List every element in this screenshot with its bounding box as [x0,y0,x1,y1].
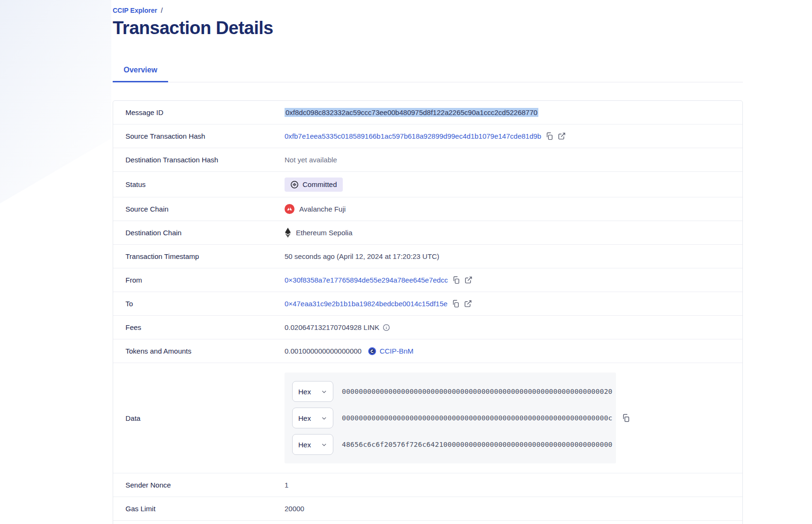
timestamp-value: 50 seconds ago (April 12, 2024 at 17:20:… [285,252,439,260]
copy-icon[interactable] [622,414,630,422]
row-from: From 0×30f8358a7e17765894de55e294a78ee64… [113,268,742,292]
row-destination-transaction-hash: Destination Transaction Hash Not yet ava… [113,148,742,172]
dest-tx-hash-value: Not yet available [285,156,337,164]
row-transaction-timestamp: Transaction Timestamp 50 seconds ago (Ap… [113,245,742,268]
gas-limit-value: 20000 [285,505,304,513]
row-fees: Fees 0.020647132170704928 LINK [113,316,742,339]
token-link-ccip-bnm[interactable]: CCIP-BnM [368,347,414,355]
message-id-value: 0xf8dc098c832332ac59ccc73ee00b480975d8f1… [285,108,538,117]
row-source-chain: Source Chain Avalanche Fuji [113,197,742,221]
source-tx-hash-label: Source Transaction Hash [125,132,285,140]
row-destination-chain: Destination Chain Ethereum Sepolia [113,221,742,245]
gas-limit-label: Gas Limit [125,505,285,513]
row-gas-limit: Gas Limit 20000 [113,497,742,521]
copy-icon[interactable] [545,132,553,140]
chevron-down-icon [321,389,327,395]
hex-format-value: Hex [298,441,311,449]
tab-overview[interactable]: Overview [113,61,168,82]
token-amount: 0.001000000000000000 [285,347,362,355]
row-sequence-number: Sequence Number 9495 [113,521,742,524]
message-id-label: Message ID [125,108,285,116]
breadcrumb-separator: / [161,7,163,14]
to-label: To [125,300,285,308]
status-badge: Committed [285,178,343,192]
transaction-details-card: Message ID 0xf8dc098c832332ac59ccc73ee00… [113,100,743,524]
status-badge-text: Committed [303,180,337,188]
ccip-bnm-token-icon [368,347,376,355]
from-label: From [125,276,285,284]
data-hex-box: Hex 000000000000000000000000000000000000… [285,373,616,463]
fees-label: Fees [125,323,285,331]
hex-format-value: Hex [298,414,311,422]
from-address-link[interactable]: 0×30f8358a7e17765894de55e294a78ee645e7ed… [285,276,448,284]
dest-chain-label: Destination Chain [125,229,285,237]
page-title: Transaction Details [113,18,743,38]
timestamp-label: Transaction Timestamp [125,252,285,260]
hex-format-select[interactable]: Hex [292,408,333,428]
committed-status-icon [290,180,299,189]
external-link-icon[interactable] [464,300,472,308]
sender-nonce-value: 1 [285,481,288,489]
chevron-down-icon [321,442,327,448]
hex-line: Hex 000000000000000000000000000000000000… [292,381,608,402]
copy-icon[interactable] [452,276,460,284]
hex-data-value: 0000000000000000000000000000000000000000… [342,388,613,395]
row-status: Status Committed [113,172,742,197]
copy-icon[interactable] [452,300,460,308]
hex-data-value: 0000000000000000000000000000000000000000… [342,414,613,422]
decorative-corner-gradient [0,0,111,204]
chevron-down-icon [321,415,327,421]
row-message-id: Message ID 0xf8dc098c832332ac59ccc73ee00… [113,101,742,124]
hex-format-select[interactable]: Hex [292,381,333,402]
breadcrumb: CCIP Explorer / [113,7,743,14]
avalanche-fuji-icon [285,204,294,214]
sender-nonce-label: Sender Nonce [125,481,285,489]
main-content: CCIP Explorer / Transaction Details Over… [113,0,743,524]
breadcrumb-link-ccip-explorer[interactable]: CCIP Explorer [113,7,157,14]
dest-tx-hash-label: Destination Transaction Hash [125,156,285,164]
external-link-icon[interactable] [464,276,473,284]
hex-data-value: 48656c6c6f20576f726c64210000000000000000… [342,441,613,448]
row-to: To 0×47eaa31c9e2b1b1ba19824bedcbe0014c15… [113,292,742,316]
source-chain-label: Source Chain [125,205,285,213]
tab-bar: Overview [113,61,743,82]
source-chain-value: Avalanche Fuji [299,205,346,213]
external-link-icon[interactable] [558,132,566,140]
dest-chain-value: Ethereum Sepolia [296,229,352,237]
hex-format-value: Hex [298,388,311,396]
row-source-transaction-hash: Source Transaction Hash 0xfb7e1eea5335c0… [113,124,742,148]
token-link-label: CCIP-BnM [380,347,414,355]
hex-line: Hex 000000000000000000000000000000000000… [292,408,608,428]
source-tx-hash-link[interactable]: 0xfb7e1eea5335c018589166b1ac597b618a9289… [285,132,541,140]
hex-line: Hex 48656c6c6f20576f726c6421000000000000… [292,434,608,455]
row-sender-nonce: Sender Nonce 1 [113,473,742,497]
fees-value: 0.020647132170704928 LINK [285,323,379,331]
data-label: Data [125,414,285,422]
status-label: Status [125,180,285,188]
hex-format-select[interactable]: Hex [292,434,333,455]
row-tokens-and-amounts: Tokens and Amounts 0.001000000000000000 … [113,339,742,363]
to-address-link[interactable]: 0×47eaa31c9e2b1b1ba19824bedcbe0014c15df1… [285,300,447,308]
row-data: Data Hex 0000000000000000000000000000000… [113,363,742,473]
tokens-label: Tokens and Amounts [125,347,285,355]
info-icon[interactable] [383,324,390,331]
ethereum-sepolia-icon [285,228,291,238]
